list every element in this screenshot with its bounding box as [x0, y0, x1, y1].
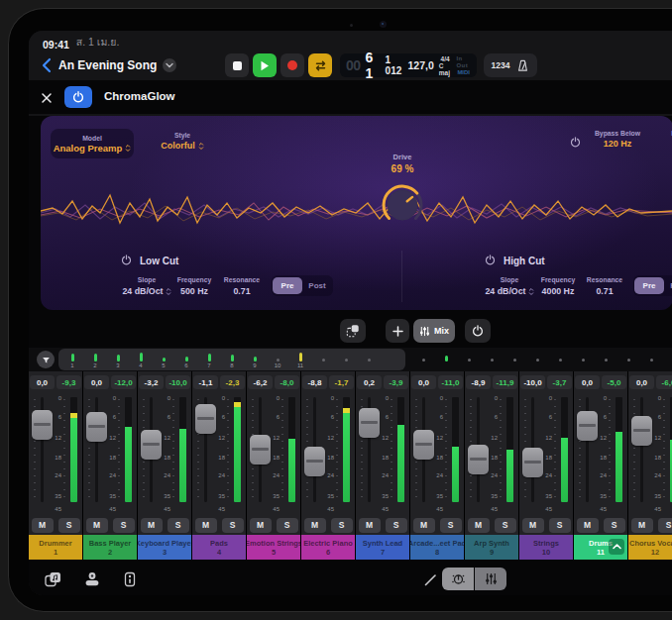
- low-cut-slope[interactable]: Slope 24 dB/Oct: [118, 276, 175, 296]
- fader-handle[interactable]: [195, 404, 216, 434]
- solo-button[interactable]: S: [58, 518, 80, 533]
- volume-value[interactable]: -10,0: [520, 375, 545, 389]
- play-button[interactable]: [253, 53, 277, 77]
- mute-button[interactable]: M: [577, 518, 599, 533]
- paste-button[interactable]: [340, 319, 366, 343]
- filter-button[interactable]: [37, 351, 55, 368]
- volume-value[interactable]: 0,0: [84, 375, 109, 389]
- drive-knob[interactable]: [379, 181, 426, 229]
- fader-handle[interactable]: [304, 447, 325, 476]
- fader-handle[interactable]: [522, 448, 543, 477]
- fader-handle[interactable]: [250, 435, 271, 465]
- mute-button[interactable]: M: [631, 518, 653, 533]
- plugin-power-button[interactable]: [64, 86, 92, 108]
- back-button[interactable]: [37, 54, 56, 76]
- fader-handle[interactable]: [141, 430, 162, 460]
- post-button[interactable]: Post: [664, 277, 672, 294]
- solo-button[interactable]: S: [386, 518, 407, 533]
- solo-button[interactable]: S: [549, 518, 571, 533]
- mix-view-button[interactable]: Mix: [413, 319, 455, 343]
- lcd-display[interactable]: 00 6 1 1 012 127,0 4/4 C maj In Out MIDI: [340, 53, 477, 77]
- record-button[interactable]: [280, 53, 304, 77]
- volume-value[interactable]: -6,2: [248, 375, 273, 389]
- mixer-power-button[interactable]: [465, 319, 491, 343]
- solo-button[interactable]: S: [331, 518, 353, 533]
- mute-button[interactable]: M: [32, 518, 54, 533]
- level-control[interactable]: Level 0.0: [655, 130, 672, 149]
- pre-button[interactable]: Pre: [273, 277, 302, 294]
- track-label[interactable]: Drummer1: [29, 535, 82, 560]
- style-selector[interactable]: Style Colorful: [148, 129, 217, 151]
- low-cut-resonance[interactable]: Resonance 0.71: [219, 276, 265, 296]
- high-cut-resonance[interactable]: Resonance 0.71: [582, 276, 627, 296]
- metronome-icon[interactable]: [516, 59, 529, 72]
- mute-button[interactable]: M: [468, 518, 490, 533]
- high-cut-slope[interactable]: Slope 24 dB/Oct: [481, 276, 538, 296]
- mute-button[interactable]: M: [141, 518, 163, 533]
- track-label[interactable]: Electric Piano6: [301, 535, 355, 560]
- faders-view-button[interactable]: [475, 568, 506, 590]
- media-browser-button[interactable]: [41, 568, 64, 590]
- solo-button[interactable]: S: [113, 518, 135, 533]
- volume-value[interactable]: -1,1: [193, 375, 218, 389]
- bypass-below-control[interactable]: Bypass Below 120 Hz: [586, 130, 649, 149]
- close-plugin-button[interactable]: [41, 90, 53, 108]
- io-device-button[interactable]: [118, 568, 142, 590]
- fader-handle[interactable]: [631, 416, 652, 446]
- volume-value[interactable]: -3,2: [139, 375, 164, 389]
- drive-section-power-button[interactable]: [570, 134, 581, 152]
- cycle-button[interactable]: [308, 53, 332, 77]
- mute-button[interactable]: M: [195, 518, 217, 533]
- mute-button[interactable]: M: [522, 518, 544, 533]
- low-cut-power-button[interactable]: [121, 255, 132, 267]
- chevron-up-icon[interactable]: [609, 539, 624, 555]
- fader-handle[interactable]: [468, 445, 489, 474]
- mute-button[interactable]: M: [359, 518, 381, 533]
- edit-tool-button[interactable]: [418, 568, 442, 590]
- solo-button[interactable]: S: [277, 518, 298, 533]
- track-label[interactable]: Pads4: [192, 535, 246, 560]
- fader-handle[interactable]: [86, 412, 107, 442]
- fader-handle[interactable]: [413, 430, 434, 460]
- track-label[interactable]: Arp Synth9: [465, 535, 518, 560]
- high-cut-frequency[interactable]: Frequency 4000 Hz: [534, 276, 582, 296]
- mute-button[interactable]: M: [250, 518, 272, 533]
- add-track-button[interactable]: [386, 319, 409, 343]
- track-label[interactable]: Bass Player2: [83, 535, 137, 560]
- volume-value[interactable]: 0,0: [30, 375, 55, 389]
- track-label[interactable]: Synth Lead7: [356, 535, 409, 560]
- count-in-metronome-group[interactable]: 1234: [484, 53, 537, 77]
- mute-button[interactable]: M: [413, 518, 435, 533]
- track-label[interactable]: Drums11: [574, 535, 627, 560]
- solo-button[interactable]: S: [495, 518, 516, 533]
- solo-button[interactable]: S: [604, 518, 625, 533]
- low-cut-frequency[interactable]: Frequency 500 Hz: [171, 276, 217, 296]
- solo-button[interactable]: S: [440, 518, 462, 533]
- mute-button[interactable]: M: [86, 518, 108, 533]
- volume-value[interactable]: 0,0: [575, 375, 600, 389]
- fader-handle[interactable]: [359, 408, 380, 438]
- model-selector[interactable]: Model Analog Preamp: [51, 129, 134, 158]
- volume-value[interactable]: 0,2: [357, 375, 382, 389]
- track-label[interactable]: Arcade...eet Pad8: [410, 535, 464, 560]
- plugins-button[interactable]: [80, 568, 104, 590]
- post-button[interactable]: Post: [302, 277, 332, 294]
- stop-button[interactable]: [225, 53, 249, 77]
- track-label[interactable]: Emotion Strings5: [247, 535, 300, 560]
- song-title-button[interactable]: An Evening Song: [58, 54, 176, 76]
- volume-value[interactable]: 0,0: [629, 375, 654, 389]
- fader-handle[interactable]: [577, 411, 598, 441]
- mute-button[interactable]: M: [304, 518, 326, 533]
- solo-button[interactable]: S: [168, 518, 189, 533]
- solo-button[interactable]: S: [222, 518, 244, 533]
- pre-button[interactable]: Pre: [634, 277, 664, 294]
- volume-value[interactable]: -8,9: [466, 375, 491, 389]
- knob-view-button[interactable]: [442, 568, 474, 590]
- track-label[interactable]: Strings10: [519, 535, 573, 560]
- count-in-button[interactable]: 1234: [492, 60, 510, 70]
- track-label[interactable]: Chorus Vocals12: [628, 535, 672, 560]
- fader-handle[interactable]: [32, 410, 53, 440]
- solo-button[interactable]: S: [658, 518, 672, 533]
- volume-value[interactable]: 0,0: [411, 375, 436, 389]
- track-label[interactable]: Keyboard Player3: [138, 535, 191, 560]
